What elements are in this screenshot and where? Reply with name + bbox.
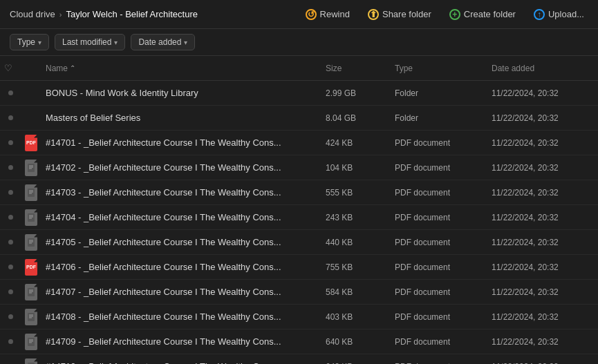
col-date-header[interactable]: Date added bbox=[487, 64, 598, 73]
col-type-header[interactable]: Type bbox=[391, 64, 487, 73]
svg-rect-20 bbox=[28, 313, 35, 321]
file-size: 755 KB bbox=[321, 262, 391, 272]
file-type: PDF document bbox=[391, 213, 487, 222]
file-icon-cell bbox=[21, 113, 41, 123]
file-date: 11/22/2024, 20:32 bbox=[487, 213, 598, 222]
favorite-dot bbox=[8, 190, 13, 195]
file-size: 403 KB bbox=[321, 312, 391, 322]
svg-rect-16 bbox=[28, 288, 35, 296]
type-filter[interactable]: Type ▾ bbox=[10, 34, 49, 50]
last-modified-filter-label: Last modified bbox=[62, 37, 111, 47]
file-size: 8.04 GB bbox=[321, 113, 391, 123]
file-icon-cell bbox=[21, 88, 41, 98]
file-name: BONUS - Mind Work & Identity Library bbox=[41, 88, 321, 98]
file-icon-cell bbox=[21, 284, 41, 300]
file-name: #14702 - _Belief Architecture Course I T… bbox=[41, 162, 321, 173]
table-row[interactable]: BONUS - Mind Work & Identity Library2.99… bbox=[0, 81, 598, 106]
table-row[interactable]: #14709 - _Belief Architecture Course I T… bbox=[0, 329, 598, 354]
top-actions: ↺ Rewind ⬆ Share folder + Create folder … bbox=[301, 6, 588, 23]
file-type: PDF document bbox=[391, 287, 487, 297]
file-icon-cell bbox=[21, 234, 41, 251]
col-name-sort-icon: ⌃ bbox=[70, 64, 75, 72]
breadcrumb: Cloud drive › Taylor Welch - Belief Arch… bbox=[10, 9, 198, 19]
file-date: 11/22/2024, 20:32 bbox=[487, 188, 598, 198]
file-list: BONUS - Mind Work & Identity Library2.99… bbox=[0, 81, 598, 364]
column-headers: ♡ Name ⌃ Size Type Date added bbox=[0, 56, 598, 81]
doc-icon bbox=[25, 284, 37, 300]
file-date: 11/22/2024, 20:32 bbox=[487, 337, 598, 347]
favorite-dot bbox=[8, 140, 13, 145]
file-date: 11/22/2024, 20:32 bbox=[487, 362, 598, 365]
file-date: 11/22/2024, 20:32 bbox=[487, 287, 598, 297]
file-date: 11/22/2024, 20:32 bbox=[487, 238, 598, 247]
favorite-cell bbox=[0, 339, 21, 344]
date-added-chevron-icon: ▾ bbox=[184, 39, 187, 46]
breadcrumb-current: Taylor Welch - Belief Architecture bbox=[66, 9, 198, 19]
file-icon-cell bbox=[21, 358, 41, 365]
file-name: #14708 - _Belief Architecture Course I T… bbox=[41, 312, 321, 322]
table-row[interactable]: #14705 - _Belief Architecture Course I T… bbox=[0, 230, 598, 255]
table-row[interactable]: #14704 - _Belief Architecture Course I T… bbox=[0, 205, 598, 230]
col-size-label: Size bbox=[326, 64, 342, 73]
file-date: 11/22/2024, 20:32 bbox=[487, 88, 598, 98]
favorite-cell bbox=[0, 165, 21, 170]
favorite-cell bbox=[0, 289, 21, 294]
svg-rect-8 bbox=[28, 213, 35, 222]
file-name: #14706 - _Belief Architecture Course I T… bbox=[41, 262, 321, 272]
breadcrumb-root[interactable]: Cloud drive bbox=[10, 9, 55, 19]
col-size-header[interactable]: Size bbox=[321, 64, 391, 73]
pdf-icon: PDF bbox=[25, 135, 37, 151]
file-size: 424 KB bbox=[321, 138, 391, 148]
table-row[interactable]: #14702 - _Belief Architecture Course I T… bbox=[0, 155, 598, 180]
file-size: 104 KB bbox=[321, 163, 391, 173]
file-date: 11/22/2024, 20:32 bbox=[487, 163, 598, 173]
file-type: PDF document bbox=[391, 312, 487, 322]
col-name-header[interactable]: Name ⌃ bbox=[41, 64, 321, 73]
table-row[interactable]: #14708 - _Belief Architecture Course I T… bbox=[0, 305, 598, 329]
file-type: PDF document bbox=[391, 163, 487, 173]
file-type: PDF document bbox=[391, 238, 487, 247]
file-size: 555 KB bbox=[321, 188, 391, 198]
favorite-cell bbox=[0, 140, 21, 145]
doc-icon bbox=[25, 309, 37, 325]
doc-icon bbox=[25, 234, 37, 251]
file-icon-cell bbox=[21, 184, 41, 201]
table-row[interactable]: Masters of Belief Series8.04 GBFolder11/… bbox=[0, 106, 598, 131]
file-date: 11/22/2024, 20:32 bbox=[487, 113, 598, 123]
favorite-cell bbox=[0, 265, 21, 269]
table-row[interactable]: PDF#14706 - _Belief Architecture Course … bbox=[0, 255, 598, 280]
file-date: 11/22/2024, 20:32 bbox=[487, 312, 598, 322]
doc-icon bbox=[25, 160, 37, 176]
favorite-cell bbox=[0, 190, 21, 195]
favorite-dot bbox=[8, 240, 13, 245]
table-row[interactable]: #14710 - _Belief Architecture Course I T… bbox=[0, 354, 598, 364]
file-icon-cell bbox=[21, 334, 41, 350]
date-added-filter[interactable]: Date added ▾ bbox=[131, 34, 195, 50]
table-row[interactable]: #14703 - _Belief Architecture Course I T… bbox=[0, 180, 598, 205]
create-folder-button[interactable]: + Create folder bbox=[445, 6, 520, 23]
rewind-button[interactable]: ↺ Rewind bbox=[301, 6, 354, 23]
favorite-cell bbox=[0, 115, 21, 120]
doc-icon bbox=[25, 184, 37, 201]
file-type: PDF document bbox=[391, 138, 487, 148]
last-modified-filter[interactable]: Last modified ▾ bbox=[55, 34, 125, 50]
col-date-label: Date added bbox=[492, 64, 534, 73]
file-name: #14707 - _Belief Architecture Course I T… bbox=[41, 287, 321, 297]
file-type: Folder bbox=[391, 113, 487, 123]
file-icon-cell: PDF bbox=[21, 259, 41, 276]
file-size: 642 KB bbox=[321, 362, 391, 365]
file-name: #14709 - _Belief Architecture Course I T… bbox=[41, 336, 321, 347]
favorite-dot bbox=[8, 339, 13, 344]
upload-button[interactable]: ↑ Upload... bbox=[530, 6, 588, 23]
file-type: PDF document bbox=[391, 337, 487, 347]
col-favorite: ♡ bbox=[0, 63, 21, 73]
favorite-dot bbox=[8, 115, 13, 120]
pdf-icon: PDF bbox=[25, 259, 37, 276]
table-row[interactable]: PDF#14701 - _Belief Architecture Course … bbox=[0, 131, 598, 155]
favorite-cell bbox=[0, 90, 21, 95]
file-type: PDF document bbox=[391, 262, 487, 272]
create-folder-icon: + bbox=[449, 9, 460, 20]
doc-icon bbox=[25, 334, 37, 350]
table-row[interactable]: #14707 - _Belief Architecture Course I T… bbox=[0, 280, 598, 305]
share-folder-button[interactable]: ⬆ Share folder bbox=[364, 6, 436, 23]
